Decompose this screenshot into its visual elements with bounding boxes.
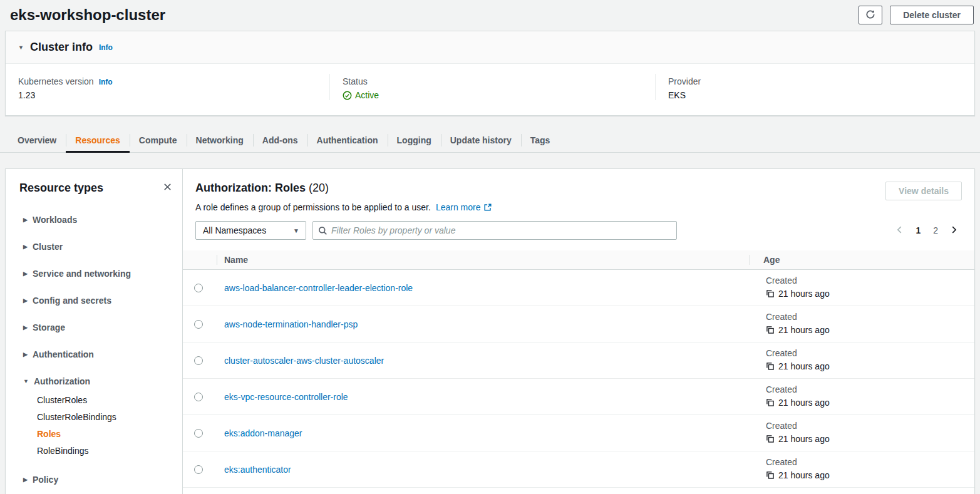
created-label: Created bbox=[766, 384, 974, 394]
external-link-icon bbox=[483, 203, 492, 212]
tab-add-ons[interactable]: Add-ons bbox=[253, 130, 307, 152]
tab-authentication[interactable]: Authentication bbox=[307, 130, 388, 152]
kubernetes-version-info-link[interactable]: Info bbox=[99, 78, 113, 86]
sidebar-item-rolebindings[interactable]: RoleBindings bbox=[37, 443, 173, 460]
sidebar-item-workloads[interactable]: ▶Workloads bbox=[19, 214, 173, 227]
copy-icon[interactable] bbox=[766, 435, 775, 443]
copy-icon[interactable] bbox=[766, 326, 775, 334]
sidebar-close-button[interactable] bbox=[162, 181, 173, 195]
age-text: 21 hours ago bbox=[778, 434, 830, 444]
learn-more-link[interactable]: Learn more bbox=[436, 202, 492, 212]
status-label: Status bbox=[343, 76, 368, 86]
sidebar-item-clusterroles[interactable]: ClusterRoles bbox=[37, 392, 173, 409]
chevron-right-icon: ▶ bbox=[23, 475, 28, 485]
row-radio[interactable] bbox=[194, 393, 203, 401]
pagination-page-1[interactable]: 1 bbox=[910, 223, 926, 238]
page-title: eks-workshop-cluster bbox=[10, 5, 859, 25]
cluster-tabs: Overview Resources Compute Networking Ad… bbox=[0, 130, 980, 153]
header-actions: Delete cluster bbox=[859, 5, 974, 24]
row-radio[interactable] bbox=[194, 429, 203, 438]
page-header: eks-workshop-cluster Delete cluster bbox=[0, 0, 980, 31]
chevron-right-icon: ▶ bbox=[23, 349, 28, 360]
created-label: Created bbox=[766, 421, 974, 431]
pagination-prev-button[interactable] bbox=[892, 223, 908, 239]
chevron-right-icon: ▶ bbox=[23, 242, 28, 252]
chevron-right-icon: ▶ bbox=[23, 322, 28, 333]
view-details-button[interactable]: View details bbox=[885, 182, 962, 200]
tab-update-history[interactable]: Update history bbox=[441, 130, 521, 152]
age-text: 21 hours ago bbox=[778, 361, 830, 371]
sidebar-item-config-and-secrets[interactable]: ▶Config and secrets bbox=[19, 294, 173, 307]
status-value: Active bbox=[355, 90, 379, 100]
dropdown-caret-icon: ▼ bbox=[293, 227, 299, 234]
namespace-filter-value: All Namespaces bbox=[203, 225, 293, 235]
sidebar-nav: ▶Workloads ▶Cluster ▶Service and network… bbox=[19, 214, 173, 494]
roles-search-input[interactable] bbox=[331, 225, 671, 235]
row-radio[interactable] bbox=[194, 284, 203, 292]
delete-cluster-button[interactable]: Delete cluster bbox=[890, 6, 974, 24]
sidebar-item-clusterrolebindings[interactable]: ClusterRoleBindings bbox=[37, 409, 173, 426]
cluster-info-body: Kubernetes version Info 1.23 Status Acti… bbox=[6, 64, 974, 115]
select-column-header bbox=[183, 250, 217, 269]
role-name-link[interactable]: aws-node-termination-handler-psp bbox=[224, 319, 358, 329]
name-column-header[interactable]: Name bbox=[217, 250, 750, 269]
created-label: Created bbox=[766, 312, 974, 322]
cluster-info-info-link[interactable]: Info bbox=[99, 43, 113, 52]
created-label: Created bbox=[766, 275, 974, 286]
provider-value: EKS bbox=[668, 90, 962, 100]
chevron-right-icon: ▶ bbox=[23, 296, 28, 306]
table-row: eks:authenticator Created 21 hours ago bbox=[183, 451, 974, 488]
roles-search-box bbox=[312, 221, 677, 240]
tab-logging[interactable]: Logging bbox=[388, 130, 441, 152]
sidebar-item-service-and-networking[interactable]: ▶Service and networking bbox=[19, 267, 173, 280]
sidebar-item-roles[interactable]: Roles bbox=[37, 426, 173, 443]
row-radio[interactable] bbox=[194, 356, 203, 365]
pagination-next-button[interactable] bbox=[946, 223, 962, 239]
roles-description: A role defines a group of permissions to… bbox=[195, 202, 885, 212]
role-name-link[interactable]: eks-vpc-resource-controller-role bbox=[224, 392, 348, 402]
pagination-page-2[interactable]: 2 bbox=[928, 223, 943, 238]
roles-table: Name Age aws-load-balancer-controller-le… bbox=[183, 250, 974, 494]
kubernetes-version-value: 1.23 bbox=[18, 90, 317, 100]
role-name-link[interactable]: eks:addon-manager bbox=[224, 428, 302, 438]
copy-icon[interactable] bbox=[766, 289, 775, 298]
created-label: Created bbox=[766, 457, 974, 467]
table-row: aws-load-balancer-controller-leader-elec… bbox=[183, 270, 974, 306]
created-label: Created bbox=[766, 348, 974, 358]
role-name-link[interactable]: aws-load-balancer-controller-leader-elec… bbox=[224, 283, 413, 293]
role-name-link[interactable]: eks:authenticator bbox=[224, 465, 291, 475]
sidebar-item-cluster[interactable]: ▶Cluster bbox=[19, 240, 173, 254]
copy-icon[interactable] bbox=[766, 398, 775, 407]
refresh-button[interactable] bbox=[859, 6, 882, 24]
sidebar-item-policy[interactable]: ▶Policy bbox=[19, 473, 173, 486]
kubernetes-version-field: Kubernetes version Info 1.23 bbox=[6, 74, 329, 100]
table-row: eks:addon-manager Created 21 hours ago bbox=[183, 415, 974, 451]
cluster-info-header[interactable]: ▼ Cluster info Info bbox=[6, 31, 974, 64]
tab-overview[interactable]: Overview bbox=[8, 130, 66, 152]
status-badge: Active bbox=[343, 90, 642, 100]
age-text: 21 hours ago bbox=[778, 289, 830, 299]
copy-icon[interactable] bbox=[766, 362, 775, 371]
sidebar-item-authentication[interactable]: ▶Authentication bbox=[19, 348, 173, 361]
tab-resources[interactable]: Resources bbox=[66, 130, 130, 152]
tab-compute[interactable]: Compute bbox=[130, 130, 187, 152]
row-radio[interactable] bbox=[194, 465, 203, 474]
status-check-icon bbox=[343, 91, 352, 100]
copy-icon[interactable] bbox=[766, 471, 775, 480]
sidebar-item-storage[interactable]: ▶Storage bbox=[19, 321, 173, 334]
table-row: aws-node-termination-handler-psp Created… bbox=[183, 306, 974, 342]
namespace-filter-select[interactable]: All Namespaces ▼ bbox=[195, 221, 306, 240]
role-name-link[interactable]: cluster-autoscaler-aws-cluster-autoscale… bbox=[224, 356, 384, 366]
collapse-caret-icon[interactable]: ▼ bbox=[18, 44, 24, 51]
search-icon bbox=[318, 226, 328, 235]
age-column-header[interactable]: Age bbox=[750, 250, 974, 269]
sidebar-title: Resource types bbox=[19, 182, 162, 195]
tab-tags[interactable]: Tags bbox=[521, 130, 560, 152]
resource-types-sidebar: Resource types ▶Workloads ▶Cluster ▶Serv… bbox=[6, 169, 183, 494]
tab-networking[interactable]: Networking bbox=[187, 130, 253, 152]
sidebar-item-authorization[interactable]: ▼Authorization bbox=[19, 375, 173, 388]
row-radio[interactable] bbox=[194, 320, 203, 329]
chevron-right-icon bbox=[949, 225, 958, 236]
status-field: Status Active bbox=[329, 74, 655, 100]
table-row: eks-vpc-resource-controller-role Created… bbox=[183, 379, 974, 415]
